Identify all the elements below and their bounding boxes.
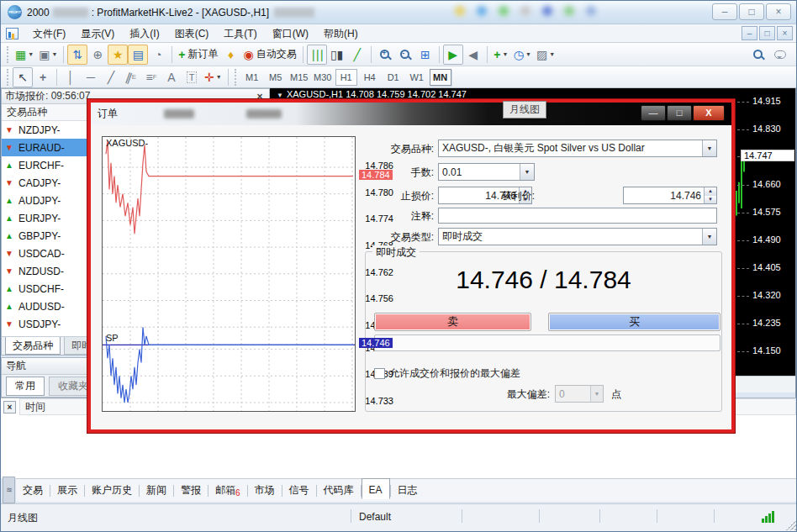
timeframe-m15[interactable]: M15	[288, 69, 310, 86]
comment-input[interactable]	[438, 208, 717, 224]
window-title: : ProfitMarketHK-Live2 - [XAGUSD-,H1]	[92, 7, 269, 18]
profiles-button[interactable]: ▣▼	[36, 45, 60, 65]
new-order-button[interactable]: +新订单	[176, 45, 220, 65]
terminal-close-icon[interactable]: ×	[3, 401, 16, 413]
zoom-in-button[interactable]: +	[375, 45, 395, 65]
menu-item[interactable]: 工具(T)	[216, 25, 264, 42]
sell-button[interactable]: 卖	[374, 313, 531, 331]
mdi-close-button[interactable]: ×	[777, 26, 793, 40]
fibonacci-tool[interactable]: ≡F	[141, 67, 161, 87]
window-title-prefix: 2000	[27, 7, 50, 18]
close-button[interactable]: ×	[766, 3, 791, 20]
terminal-tab-代码库[interactable]: 代码库	[317, 481, 361, 500]
chat-icon[interactable]	[774, 50, 786, 59]
spin-down-icon[interactable]: ▼	[705, 196, 716, 204]
max-deviation-checkbox-label: 允许成交价和报价的最大偏差	[389, 366, 520, 381]
spin-up-icon[interactable]: ▲	[705, 187, 716, 196]
new-chart-button[interactable]: ▦▼	[13, 45, 36, 65]
menu-item[interactable]: 帮助(H)	[316, 25, 366, 42]
data-window-button[interactable]: ⊕	[87, 45, 108, 65]
chart-shift-button[interactable]: ◀	[463, 45, 483, 65]
zoom-out-button[interactable]: -	[395, 45, 415, 65]
candlestick-chart-button[interactable]: ▯▮	[327, 45, 347, 65]
timeframe-m5[interactable]: M5	[265, 69, 287, 86]
text-tool[interactable]: A	[161, 67, 182, 87]
order-dialog-title: 订单	[98, 107, 118, 121]
maximize-button[interactable]: □	[739, 3, 764, 20]
terminal-tab-市场[interactable]: 市场	[248, 481, 282, 500]
mdi-restore-button[interactable]: □	[759, 26, 775, 40]
menu-item[interactable]: 图表(C)	[167, 25, 217, 42]
blurred-tray-icons	[455, 6, 596, 18]
order-type-select[interactable]: 即时成交▼	[438, 228, 717, 245]
axis-tick	[737, 213, 749, 213]
symbol-name: AUDJPY-	[18, 195, 61, 207]
timeframe-m1[interactable]: M1	[241, 69, 263, 86]
menu-item[interactable]: 显示(V)	[73, 25, 122, 42]
max-deviation-checkbox[interactable]	[374, 368, 385, 379]
market-watch-title: 市场报价: 09:56:07	[5, 89, 90, 103]
periods-button[interactable]: ◷▼	[511, 45, 534, 65]
bar-chart-button[interactable]: ∣∣∣	[307, 45, 327, 65]
timeframe-m30[interactable]: M30	[312, 69, 334, 86]
metaeditor-button[interactable]: ♦	[221, 45, 241, 65]
terminal-tab-EA[interactable]: EA	[362, 478, 390, 499]
symbol-select[interactable]: XAGUSD-, 白银美元 Spot Silver vs US Dollar▼	[438, 140, 717, 157]
templates-button[interactable]: ▨▼	[534, 45, 557, 65]
crosshair-tool[interactable]: +	[33, 67, 53, 87]
volume-select[interactable]: 0.01▼	[438, 163, 535, 181]
max-deviation-select[interactable]: 0▼	[555, 385, 604, 403]
channel-tool[interactable]: ∥E	[121, 67, 141, 87]
terminal-tab-警报[interactable]: 警报	[174, 481, 208, 500]
terminal-tab-新闻[interactable]: 新闻	[140, 481, 173, 500]
horizontal-line-tool[interactable]: ─	[81, 67, 101, 87]
status-profile[interactable]: Default	[359, 511, 391, 523]
symbol-name: NZDJPY-	[18, 124, 61, 136]
mdi-minimize-button[interactable]: –	[742, 26, 757, 40]
timeframe-d1[interactable]: D1	[383, 69, 404, 86]
menu-item[interactable]: 文件(F)	[25, 25, 73, 42]
auto-trading-button[interactable]: ◉自动交易	[241, 45, 299, 65]
arrows-tool[interactable]: ✛▼	[202, 67, 224, 87]
resize-grip[interactable]	[786, 520, 796, 530]
market-watch-toggle[interactable]: ⇅	[67, 45, 87, 65]
terminal-tab-邮箱[interactable]: 邮箱6	[208, 481, 247, 500]
search-icon[interactable]	[753, 50, 763, 59]
auto-scroll-button[interactable]: ▶	[443, 45, 463, 65]
minimize-button[interactable]: –	[712, 3, 737, 20]
tile-windows-button[interactable]: ⊞	[415, 45, 435, 65]
navigator-toggle[interactable]: ★	[108, 45, 128, 65]
terminal-toggle[interactable]: ▤	[128, 45, 148, 65]
trendline-tool[interactable]: ╱	[101, 67, 121, 87]
terminal-tab-信号[interactable]: 信号	[282, 481, 316, 500]
indicators-button[interactable]: +▼	[491, 45, 511, 65]
navigator-tab[interactable]: 常用	[6, 377, 45, 396]
terminal-tab-交易[interactable]: 交易	[16, 481, 50, 500]
text-label-tool[interactable]: T	[182, 67, 202, 87]
deviation-unit-label: 点	[611, 387, 621, 402]
timeframe-h4[interactable]: H4	[359, 69, 381, 86]
current-price-box: 14.747	[741, 150, 794, 161]
axis-tick	[737, 351, 749, 352]
menu-item[interactable]: 窗口(W)	[265, 25, 316, 42]
dialog-maximize-button[interactable]: □	[667, 105, 692, 121]
docked-panel-tab[interactable]: ≋	[3, 477, 15, 503]
timeframe-h1[interactable]: H1	[335, 69, 357, 86]
buy-button[interactable]: 买	[548, 313, 720, 331]
terminal-tab-账户历史[interactable]: 账户历史	[85, 481, 139, 500]
terminal-tab-展示[interactable]: 展示	[50, 481, 84, 500]
line-chart-button[interactable]: ╱	[347, 45, 367, 65]
dialog-minimize-button[interactable]: —	[641, 105, 666, 121]
timeframe-mn[interactable]: MN	[430, 69, 451, 86]
market-watch-tab[interactable]: 交易品种	[5, 337, 61, 355]
line-studies-toolbar: ↖ + │ ─ ╱ ∥E ≡F A T ✛▼ M1M5M15M30H1H4D1W…	[1, 66, 797, 88]
dialog-close-button[interactable]: X	[693, 105, 725, 121]
strategy-tester-button[interactable]: ◔	[148, 45, 168, 65]
menu-item[interactable]: 插入(I)	[122, 25, 166, 42]
price-axis-label: 14.320	[752, 290, 781, 300]
take-profit-input[interactable]: 14.746 ▲▼	[623, 187, 717, 204]
vertical-line-tool[interactable]: │	[61, 67, 81, 87]
cursor-tool[interactable]: ↖	[13, 67, 33, 87]
timeframe-w1[interactable]: W1	[406, 69, 428, 86]
terminal-tab-日志[interactable]: 日志	[391, 481, 425, 500]
